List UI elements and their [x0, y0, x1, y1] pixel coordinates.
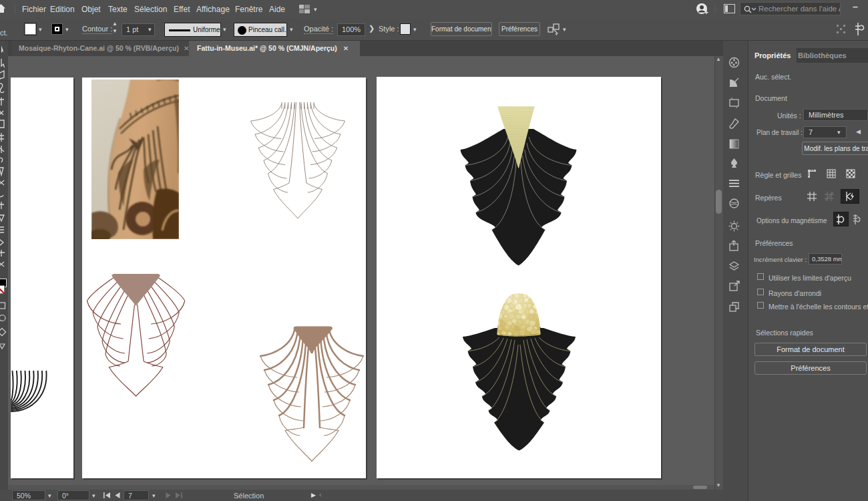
svg-text:+: + [704, 9, 708, 15]
